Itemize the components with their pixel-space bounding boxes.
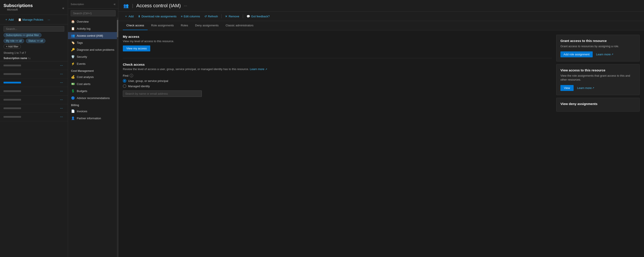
- check-access-description: Review the level of access a user, group…: [123, 67, 552, 71]
- cost-alerts-icon: 💵: [71, 82, 74, 86]
- toolbar-feedback-button[interactable]: 💬 Got feedback?: [245, 14, 272, 19]
- toolbar-divider2: [243, 14, 243, 18]
- billing-section: Billing: [68, 102, 118, 108]
- advisor-icon: 🔵: [71, 96, 74, 100]
- sidebar-item-invoices[interactable]: 📄 Invoices: [68, 108, 118, 115]
- toolbar-divider: [221, 14, 222, 18]
- sidebar-item-security[interactable]: 🛡️ Security: [68, 53, 118, 60]
- my-access-title: My access: [123, 35, 552, 39]
- view-access-description: View the role assignments that grant acc…: [560, 74, 636, 82]
- diagnose-icon: 🔑: [71, 48, 74, 51]
- subscription-list: ··· ··· ··· ··· ··· ··· ···: [0, 61, 68, 257]
- view-access-footer: View Learn more ↗: [560, 85, 636, 91]
- tab-roles[interactable]: Roles: [177, 21, 192, 30]
- check-access-block: Check access Review the level of access …: [123, 63, 552, 97]
- global-filter-chip[interactable]: Subscriptions == global filter: [4, 33, 42, 37]
- check-access-title: Check access: [123, 63, 552, 66]
- budgets-icon: 💲: [71, 89, 74, 93]
- check-access-learn-more-link[interactable]: Learn more: [250, 67, 264, 71]
- remove-icon: ✕: [225, 15, 228, 18]
- add-filter-button[interactable]: + Add filter: [4, 44, 21, 49]
- check-access-search-input[interactable]: [123, 91, 202, 97]
- sidebar-item-cost-analysis[interactable]: 💰 Cost analysis: [68, 73, 118, 80]
- toolbar-remove-button[interactable]: ✕ Remove: [223, 14, 241, 19]
- row-more-button[interactable]: ···: [59, 89, 64, 94]
- tab-role-assignments[interactable]: Role assignments: [148, 21, 177, 30]
- row-more-button[interactable]: ···: [59, 80, 64, 85]
- invoices-icon: 📄: [71, 109, 74, 113]
- table-row[interactable]: ···: [0, 113, 68, 121]
- main-content: 👥 | Access control (IAM) ··· ＋ Add ⬇ Dow…: [118, 0, 644, 257]
- middle-sidebar: Subscription « 🏠 Overview 📋 Activity log…: [68, 0, 118, 257]
- sidebar-item-partner[interactable]: 👤 Partner information: [68, 115, 118, 122]
- sidebar-item-cost-alerts[interactable]: 💵 Cost alerts: [68, 80, 118, 87]
- radio-user-group[interactable]: User, group, or service principal: [123, 79, 552, 83]
- sidebar-item-advisor[interactable]: 🔵 Advisor recommendations: [68, 94, 118, 102]
- table-row[interactable]: ···: [0, 61, 68, 70]
- middle-search: [68, 9, 118, 18]
- subscription-bar: [4, 116, 21, 118]
- subscription-bar: [4, 107, 21, 109]
- row-more-button[interactable]: ···: [59, 63, 64, 68]
- toolbar-edit-columns-button[interactable]: ≡ Edit columns: [179, 14, 202, 19]
- tab-check-access[interactable]: Check access: [123, 21, 148, 30]
- header-separator: |: [132, 3, 133, 8]
- my-access-block: My access View my level of access to thi…: [123, 35, 552, 51]
- table-row[interactable]: ···: [0, 104, 68, 113]
- find-info-icon[interactable]: i: [130, 74, 133, 77]
- partner-icon: 👤: [71, 116, 74, 120]
- toolbar-refresh-button[interactable]: ↺ Refresh: [203, 14, 220, 19]
- right-panel: Grant access to this resource Grant acce…: [556, 35, 640, 252]
- view-access-learn-more-link[interactable]: Learn more ↗: [577, 86, 594, 90]
- more-options-button[interactable]: ···: [46, 17, 52, 22]
- my-role-chip[interactable]: My role == all: [4, 39, 24, 43]
- radio-managed-identity[interactable]: Managed identity: [123, 84, 552, 88]
- resource-search-input[interactable]: [71, 10, 116, 16]
- row-more-button[interactable]: ···: [59, 72, 64, 76]
- sidebar-item-access-control[interactable]: 👥 Access control (IAM): [68, 32, 118, 39]
- row-more-button[interactable]: ···: [59, 97, 64, 102]
- add-icon: ＋: [124, 14, 128, 18]
- toolbar-download-button[interactable]: ⬇ Download role assignments: [136, 14, 178, 19]
- sidebar-item-budgets[interactable]: 💲 Budgets: [68, 87, 118, 94]
- download-icon: ⬇: [138, 15, 140, 18]
- iam-header-icon: 👥: [123, 3, 129, 9]
- subscription-table-header[interactable]: Subscription name ↑↓: [0, 55, 68, 61]
- add-button[interactable]: ＋ Add: [4, 17, 15, 23]
- view-my-access-button[interactable]: View my access: [123, 46, 150, 51]
- row-more-button[interactable]: ···: [59, 114, 64, 119]
- sidebar-item-activity-log[interactable]: 📋 Activity log: [68, 25, 118, 32]
- refresh-icon: ↺: [204, 15, 207, 18]
- sidebar-subtitle: Microsoft: [4, 8, 33, 13]
- header-more-button[interactable]: ···: [184, 4, 187, 8]
- subscription-search-input[interactable]: [4, 26, 64, 32]
- view-access-button[interactable]: View: [560, 85, 574, 91]
- sidebar-item-tags[interactable]: 🏷️ Tags: [68, 39, 118, 46]
- left-toolbar: ＋ Add 📋 Manage Policies ···: [0, 15, 68, 24]
- tab-deny-assignments[interactable]: Deny assignments: [192, 21, 222, 30]
- status-chip[interactable]: Status == all: [26, 39, 46, 43]
- toolbar-add-button[interactable]: ＋ Add: [123, 14, 135, 19]
- cost-management-section: Cost Management: [68, 67, 118, 73]
- grant-access-card: Grant access to this resource Grant acce…: [556, 35, 640, 62]
- sidebar-item-events[interactable]: ⚡ Events: [68, 60, 118, 67]
- scrollbar-thumb[interactable]: [117, 20, 118, 37]
- sidebar-item-overview[interactable]: 🏠 Overview: [68, 18, 118, 25]
- collapse-middle-button[interactable]: «: [114, 2, 116, 6]
- subscription-bar: [4, 65, 21, 66]
- table-row[interactable]: ···: [0, 87, 68, 96]
- row-more-button[interactable]: ···: [59, 106, 64, 111]
- table-row[interactable]: ···: [0, 96, 68, 104]
- view-access-title: View access to this resource: [560, 68, 636, 72]
- grant-access-learn-more-link[interactable]: Learn more ↗: [596, 53, 613, 56]
- tab-classic-admins[interactable]: Classic administrators: [222, 21, 257, 30]
- columns-icon: ≡: [181, 15, 183, 18]
- sidebar-item-diagnose[interactable]: 🔑 Diagnose and solve problems: [68, 46, 118, 53]
- grant-access-title: Grant access to this resource: [560, 39, 636, 43]
- table-row[interactable]: ···: [0, 78, 68, 87]
- collapse-sidebar-button[interactable]: «: [62, 6, 64, 10]
- table-row[interactable]: ···: [0, 70, 68, 78]
- add-role-assignment-button[interactable]: Add role assignment: [560, 51, 593, 57]
- subscription-bar-selected: [4, 82, 21, 84]
- manage-policies-button[interactable]: 📋 Manage Policies: [17, 17, 44, 22]
